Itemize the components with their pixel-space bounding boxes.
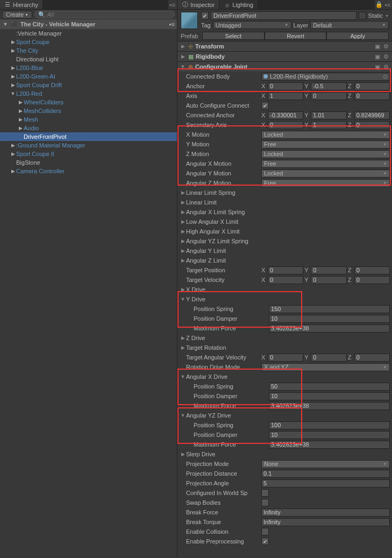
tag-dropdown[interactable]: Untagged▼ [213, 21, 291, 29]
tree-row[interactable]: ▶Camera Controller [0, 167, 177, 175]
y-drive-fold[interactable]: ▼Y Drive [177, 294, 392, 304]
inspector-tab[interactable]: ⓘ Inspector [177, 0, 219, 9]
foldout-icon[interactable]: ▶ [10, 151, 16, 157]
tree-row[interactable]: BigStone [0, 158, 177, 167]
ayz-limit-spring-fold[interactable]: ▶Angular YZ Limit Spring [177, 236, 392, 246]
foldout-icon[interactable]: ▶ [10, 168, 16, 174]
tree-row[interactable]: ▶Sport Coupe Drift [0, 81, 177, 89]
panel-menu-icon[interactable]: ▪≡ [168, 0, 177, 9]
linear-limit-fold[interactable]: ▶Linear Limit [177, 197, 392, 207]
tree-row[interactable]: ▶L200-Green-AI [0, 72, 177, 81]
hierarchy-tab[interactable]: ☰ Hierarchy [0, 0, 43, 9]
scene-menu-icon[interactable]: ▪≡ [169, 21, 175, 27]
gameobject-name-field[interactable] [211, 11, 357, 20]
foldout-icon[interactable]: ▶ [10, 74, 16, 79]
anchor-y[interactable]: -0.5 [311, 82, 346, 90]
help-icon[interactable]: ▣ [374, 43, 381, 50]
active-checkbox[interactable]: ✔ [201, 12, 209, 19]
projection-mode-dropdown[interactable]: None▼ [261, 460, 390, 468]
connected-body-field[interactable]: L200-Red (Rigidbody)⊙ [261, 73, 390, 81]
tree-row[interactable]: ▶:Ground Material Manager [0, 141, 177, 150]
foldout-icon[interactable]: ▶ [10, 65, 16, 70]
z-drive-fold[interactable]: ▶Z Drive [177, 333, 392, 343]
anchor-z[interactable]: 0 [354, 82, 390, 90]
scene-header[interactable]: ▼ ⬛ The City - Vehicle Manager ▪≡ [0, 19, 177, 29]
foldout-icon[interactable]: ▼ [10, 91, 16, 96]
x_motion-dropdown[interactable]: Locked▼ [261, 131, 390, 139]
break-force[interactable]: Infinity [261, 508, 390, 517]
ax-drive-force[interactable]: 3.402823e+38 [269, 402, 390, 410]
static-dropdown-icon[interactable]: ▼ [385, 14, 389, 18]
tree-row[interactable]: ▶Mesh [0, 115, 177, 124]
y-drive-spring[interactable]: 150 [269, 305, 390, 313]
hierarchy-search[interactable]: 🔍 All [34, 11, 175, 18]
ayz-drive-spring[interactable]: 100 [269, 421, 390, 429]
x-drive-fold[interactable]: ▶X Drive [177, 285, 392, 294]
target-rotation-fold[interactable]: ▶Target Rotation [177, 343, 392, 352]
help-icon[interactable]: ▣ [374, 53, 381, 60]
y-drive-damper[interactable]: 10 [269, 315, 390, 323]
tree-row[interactable]: ▼L200-Red [0, 89, 177, 98]
foldout-icon[interactable]: ▶ [17, 117, 24, 122]
az_motion-dropdown[interactable]: Free▼ [261, 179, 390, 187]
gear-icon[interactable]: ⚙ [382, 43, 390, 50]
break-torque[interactable]: Infinity [261, 518, 390, 526]
ay-limit-fold[interactable]: ▶Angular Y Limit [177, 246, 392, 256]
axis-z[interactable]: 0 [354, 92, 390, 100]
tree-row[interactable]: DriverFrontPivot [0, 132, 177, 141]
foldout-icon[interactable]: ▶ [10, 82, 16, 88]
tree-row[interactable]: ▶L200-Blue [0, 63, 177, 72]
low-ax-limit-fold[interactable]: ▶Low Angular X Limit [177, 217, 392, 227]
foldout-icon[interactable]: ▶ [17, 108, 24, 114]
linear-limit-spring-fold[interactable]: ▶Linear Limit Spring [177, 188, 392, 197]
transform-header[interactable]: ▶ ⊹ Transform ▣⚙ [177, 41, 392, 51]
angular-x-drive-fold[interactable]: ▼Angular X Drive [177, 372, 392, 382]
enable-collision-checkbox[interactable] [261, 528, 269, 535]
foldout-icon[interactable]: ▶ [17, 100, 24, 105]
foldout-icon[interactable]: ▶ [10, 143, 16, 148]
prefab-select-button[interactable]: Select [202, 32, 265, 40]
create-button[interactable]: Create ▼ [2, 11, 32, 19]
ax-limit-spring-fold[interactable]: ▶Angular X Limit Spring [177, 207, 392, 217]
hierarchy-tree[interactable]: :Vehicle Manager▶Sport Coupe▶The CityDir… [0, 29, 177, 558]
axis-y[interactable]: 0 [311, 92, 346, 100]
y-drive-force[interactable]: 3.402823e+38 [269, 324, 390, 333]
tree-row[interactable]: :Vehicle Manager [0, 29, 177, 38]
ax-drive-spring[interactable]: 50 [269, 383, 390, 391]
foldout-icon[interactable]: ▶ [17, 125, 24, 131]
foldout-icon[interactable]: ▶ [10, 48, 16, 53]
enable-preprocessing-checkbox[interactable]: ✔ [261, 538, 269, 545]
tree-row[interactable]: Directional Light [0, 55, 177, 63]
tree-row[interactable]: ▶Sport Coupe [0, 38, 177, 46]
lighting-tab[interactable]: ☼ Lighting [219, 0, 258, 9]
ax-drive-damper[interactable]: 10 [269, 392, 390, 400]
z_motion-dropdown[interactable]: Locked▼ [261, 150, 390, 158]
static-checkbox[interactable] [359, 12, 366, 19]
configured-in-world-checkbox[interactable] [261, 489, 269, 497]
lock-icon[interactable]: 🔒 [375, 0, 383, 9]
ax_motion-dropdown[interactable]: Free▼ [261, 160, 390, 168]
az-limit-fold[interactable]: ▶Angular Z Limit [177, 256, 392, 265]
tree-row[interactable]: ▶Sport Coupe II [0, 150, 177, 158]
projection-distance[interactable]: 0.1 [261, 470, 390, 478]
configurable-joint-header[interactable]: ▼ ⊛ Configurable Joint ▣⚙ [177, 62, 392, 72]
y_motion-dropdown[interactable]: Free▼ [261, 140, 390, 149]
tree-row[interactable]: ▶The City [0, 46, 177, 55]
panel-menu-icon[interactable]: ▪≡ [383, 0, 392, 9]
auto-configure-checkbox[interactable]: ✔ [261, 102, 269, 109]
help-icon[interactable]: ▣ [374, 63, 381, 70]
layer-dropdown[interactable]: Default▼ [310, 21, 389, 29]
foldout-icon[interactable]: ▶ [10, 39, 16, 45]
rotation-drive-mode-dropdown[interactable]: X and YZ▼ [261, 363, 390, 371]
tree-row[interactable]: ▶MeshColliders [0, 107, 177, 115]
ay_motion-dropdown[interactable]: Locked▼ [261, 169, 390, 178]
axis-x[interactable]: 1 [268, 92, 303, 100]
ayz-drive-force[interactable]: 3.402823e+38 [269, 441, 390, 449]
prefab-revert-button[interactable]: Revert [265, 32, 327, 40]
gameobject-icon[interactable] [181, 12, 198, 29]
swap-bodies-checkbox[interactable] [261, 499, 269, 506]
tree-row[interactable]: ▶WheelColliders [0, 98, 177, 107]
rigidbody-header[interactable]: ▶ ▦ Rigidbody ▣⚙ [177, 52, 392, 61]
tree-row[interactable]: ▶Audio [0, 124, 177, 132]
ayz-drive-damper[interactable]: 10 [269, 431, 390, 439]
